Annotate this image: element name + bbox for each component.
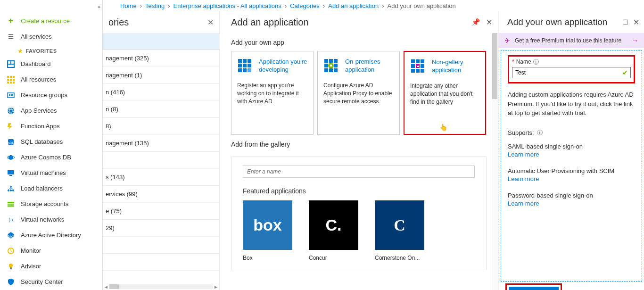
scroll-left-icon[interactable]: ◄ (103, 284, 109, 290)
name-input[interactable] (512, 67, 631, 78)
category-row[interactable] (103, 152, 219, 169)
svg-point-28 (12, 190, 14, 191)
scroll-right-icon[interactable]: ► (213, 284, 219, 290)
app-concur[interactable]: C. Concur (309, 200, 365, 261)
tile-nongallery[interactable]: Non-gallery application Integrate any ot… (404, 51, 486, 135)
category-row[interactable]: nagement (1) (103, 67, 219, 84)
breadcrumb-link[interactable]: Add an application (328, 2, 379, 9)
sidebar-item-resource-groups[interactable]: Resource groups (0, 87, 102, 103)
add-button[interactable]: Add (509, 287, 559, 290)
category-row[interactable]: nagement (325) (103, 50, 219, 67)
sidebar-item-aad[interactable]: Azure Active Directory (0, 227, 102, 243)
svg-rect-3 (8, 65, 14, 67)
svg-rect-4 (7, 76, 9, 78)
svg-rect-48 (334, 64, 338, 67)
tile-desc: Configure Azure AD Application Proxy to … (323, 82, 394, 105)
svg-rect-1 (8, 61, 10, 64)
cursor-icon: 👆 (439, 124, 447, 131)
featured-label: Featured applications (243, 187, 475, 195)
close-icon[interactable]: ✕ (207, 18, 214, 27)
svg-rect-23 (8, 170, 14, 174)
category-row[interactable]: 8) (103, 118, 219, 135)
sidebar-item-vms[interactable]: Virtual machines (0, 165, 102, 181)
tile-onprem[interactable]: On-premises application Configure Azure … (317, 51, 400, 135)
tile-desc: Integrate any other application that you… (410, 82, 479, 106)
learn-more-link[interactable]: Learn more (508, 175, 635, 182)
name-field-highlight: *Name i ✔ (508, 55, 635, 83)
category-row[interactable]: n (416) (103, 84, 219, 101)
sidebar-item-vnet[interactable]: ⟨·⟩Virtual networks (0, 212, 102, 227)
sidebar: « + Create a resource ☰ All services ★FA… (0, 0, 103, 290)
check-icon: ✔ (622, 69, 628, 76)
category-row[interactable]: e (75) (103, 203, 219, 220)
maximize-icon[interactable]: ☐ (622, 18, 628, 26)
svg-rect-59 (416, 69, 420, 73)
svg-rect-7 (7, 79, 9, 81)
category-row[interactable]: 29) (103, 220, 219, 237)
gallery-box: Featured applications box Box C. Concur … (231, 157, 487, 270)
premium-promo[interactable]: ✈ Get a free Premium trial to use this f… (499, 33, 644, 48)
svg-rect-14 (9, 94, 10, 96)
category-row-selected[interactable] (103, 33, 219, 50)
close-icon[interactable]: ✕ (486, 18, 492, 27)
sidebar-item-security[interactable]: Security Center (0, 274, 102, 290)
breadcrumb-link[interactable]: Categories (290, 2, 320, 9)
all-services-link[interactable]: ☰ All services (0, 29, 102, 44)
app-box[interactable]: box Box (243, 200, 299, 261)
pin-icon[interactable]: 📌 (471, 18, 480, 26)
close-icon[interactable]: ✕ (633, 18, 639, 27)
vertical-scrollbar[interactable] (492, 33, 498, 290)
category-row[interactable]: n (8) (103, 101, 219, 118)
add-application-blade: Add an application 📌 ✕ Add your own app … (220, 11, 498, 290)
categories-blade: ories ✕ nagement (325) nagement (1) n (4… (103, 11, 220, 290)
blade-title: Add your own application (507, 17, 607, 27)
svg-rect-42 (248, 68, 251, 72)
supports-label: Supports: i (508, 129, 635, 136)
sidebar-item-lb[interactable]: Load balancers (0, 181, 102, 196)
category-row[interactable]: s (143) (103, 169, 219, 186)
gallery-search-input[interactable] (243, 166, 475, 178)
favorites-header: ★FAVORITES (0, 44, 102, 56)
sidebar-item-advisor[interactable]: Advisor (0, 258, 102, 274)
tile-developing[interactable]: Application you're developing Register a… (231, 51, 314, 135)
collapse-icon[interactable]: « (98, 4, 100, 9)
breadcrumb-link[interactable]: Home (120, 2, 137, 9)
tile-title: On-premises application (345, 58, 394, 74)
sidebar-item-all-resources[interactable]: All resources (0, 72, 102, 87)
blade-title: Add an application (231, 17, 309, 28)
svg-rect-55 (411, 64, 415, 68)
grid-icon (7, 75, 15, 84)
vnet-icon: ⟨·⟩ (7, 215, 15, 224)
add-button-highlight: Add 👆 (505, 283, 562, 290)
category-row[interactable] (103, 254, 219, 271)
svg-rect-34 (238, 59, 242, 63)
app-cornerstone[interactable]: C Cornerstone On... (375, 200, 431, 261)
sidebar-item-monitor[interactable]: Monitor (0, 243, 102, 258)
svg-rect-52 (411, 59, 415, 63)
breadcrumb-link[interactable]: Testing (145, 2, 165, 9)
svg-rect-12 (13, 82, 15, 83)
sidebar-item-sql[interactable]: SQLSQL databases (0, 134, 102, 149)
learn-more-link[interactable]: Learn more (508, 151, 635, 158)
svg-rect-35 (243, 59, 247, 63)
svg-rect-8 (10, 79, 12, 81)
breadcrumb-link[interactable]: Enterprise applications - All applicatio… (173, 2, 281, 9)
category-row[interactable]: ervices (99) (103, 186, 219, 203)
category-row[interactable] (103, 237, 219, 254)
sidebar-item-storage[interactable]: Storage accounts (0, 196, 102, 212)
sidebar-item-app-services[interactable]: App Services (0, 103, 102, 118)
dashboard-icon (7, 60, 15, 68)
category-row[interactable]: nagement (135) (103, 135, 219, 152)
shield-icon (7, 278, 15, 286)
svg-rect-36 (248, 59, 251, 63)
sidebar-item-function-apps[interactable]: Function Apps (0, 118, 102, 134)
horizontal-scrollbar[interactable]: ◄ ► (103, 283, 219, 290)
svg-rect-44 (329, 59, 333, 63)
create-resource-link[interactable]: + Create a resource (0, 13, 102, 29)
learn-more-link[interactable]: Learn more (508, 200, 635, 207)
info-icon[interactable]: i (533, 59, 539, 65)
info-icon[interactable]: i (537, 130, 543, 135)
sidebar-item-dashboard[interactable]: Dashboard (0, 56, 102, 72)
advisor-icon (7, 262, 15, 271)
sidebar-item-cosmos[interactable]: Azure Cosmos DB (0, 149, 102, 165)
